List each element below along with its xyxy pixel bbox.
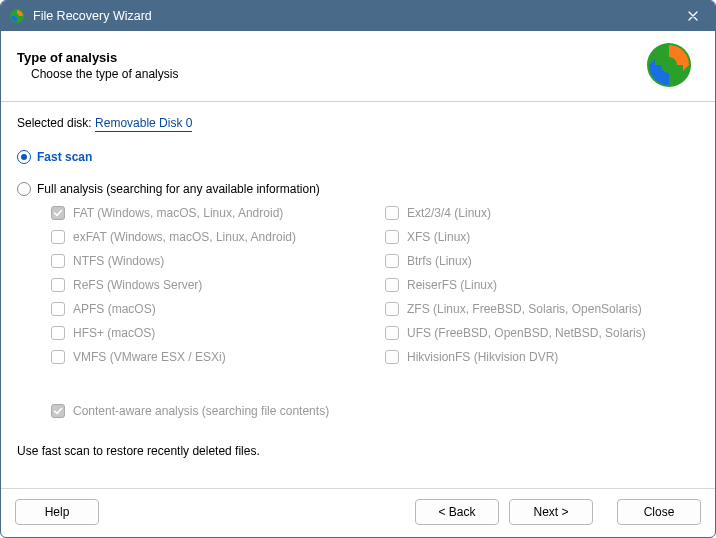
selected-disk-link[interactable]: Removable Disk 0: [95, 116, 192, 132]
checkbox-icon: [51, 404, 65, 418]
checkbox-icon: [385, 230, 399, 244]
checkbox-icon: [385, 326, 399, 340]
titlebar: File Recovery Wizard: [1, 1, 715, 31]
radio-fast-scan[interactable]: Fast scan: [17, 150, 699, 164]
fs-option-label: VMFS (VMware ESX / ESXi): [73, 350, 226, 364]
help-button[interactable]: Help: [15, 499, 99, 525]
fs-col-right: Ext2/3/4 (Linux)XFS (Linux)Btrfs (Linux)…: [385, 206, 699, 374]
fs-option-label: XFS (Linux): [407, 230, 470, 244]
checkbox-icon: [51, 350, 65, 364]
fs-option-label: HikvisionFS (Hikvision DVR): [407, 350, 558, 364]
fs-option-label: Ext2/3/4 (Linux): [407, 206, 491, 220]
selected-disk-row: Selected disk: Removable Disk 0: [17, 116, 699, 130]
fs-option-label: exFAT (Windows, macOS, Linux, Android): [73, 230, 296, 244]
radio-full-analysis[interactable]: Full analysis (searching for any availab…: [17, 182, 699, 196]
wizard-icon: [645, 41, 693, 89]
wizard-header: Type of analysis Choose the type of anal…: [1, 31, 715, 102]
radio-fast-label: Fast scan: [37, 150, 92, 164]
checkbox-icon: [385, 254, 399, 268]
app-icon: [9, 8, 25, 24]
radio-icon: [17, 150, 31, 164]
checkbox-icon: [51, 254, 65, 268]
close-icon: [688, 11, 698, 21]
fs-option-apfs[interactable]: APFS (macOS): [51, 302, 365, 316]
content-aware-label: Content-aware analysis (searching file c…: [73, 404, 329, 418]
fs-option-vmfs[interactable]: VMFS (VMware ESX / ESXi): [51, 350, 365, 364]
fs-option-fat[interactable]: FAT (Windows, macOS, Linux, Android): [51, 206, 365, 220]
fs-option-exfat[interactable]: exFAT (Windows, macOS, Linux, Android): [51, 230, 365, 244]
checkbox-icon: [385, 302, 399, 316]
hint-text: Use fast scan to restore recently delete…: [17, 444, 699, 458]
fs-option-label: HFS+ (macOS): [73, 326, 155, 340]
fs-option-xfs[interactable]: XFS (Linux): [385, 230, 699, 244]
next-button[interactable]: Next >: [509, 499, 593, 525]
back-button[interactable]: < Back: [415, 499, 499, 525]
fs-option-label: Btrfs (Linux): [407, 254, 472, 268]
radio-full-label: Full analysis (searching for any availab…: [37, 182, 320, 196]
fs-option-hikfs[interactable]: HikvisionFS (Hikvision DVR): [385, 350, 699, 364]
checkbox-icon: [51, 230, 65, 244]
fs-option-label: FAT (Windows, macOS, Linux, Android): [73, 206, 283, 220]
content-aware-row[interactable]: Content-aware analysis (searching file c…: [17, 404, 699, 418]
page-title: Type of analysis: [17, 50, 645, 65]
checkbox-icon: [51, 326, 65, 340]
fs-option-refs[interactable]: ReFS (Windows Server): [51, 278, 365, 292]
fs-option-label: NTFS (Windows): [73, 254, 164, 268]
checkbox-icon: [51, 206, 65, 220]
content: Type of analysis Choose the type of anal…: [1, 31, 715, 537]
fs-option-label: APFS (macOS): [73, 302, 156, 316]
fs-option-label: ReiserFS (Linux): [407, 278, 497, 292]
fs-option-hfs[interactable]: HFS+ (macOS): [51, 326, 365, 340]
page-subtitle: Choose the type of analysis: [31, 67, 645, 81]
wizard-footer: Help < Back Next > Close: [1, 488, 715, 537]
fs-option-ufs[interactable]: UFS (FreeBSD, OpenBSD, NetBSD, Solaris): [385, 326, 699, 340]
checkbox-icon: [385, 206, 399, 220]
fs-option-zfs[interactable]: ZFS (Linux, FreeBSD, Solaris, OpenSolari…: [385, 302, 699, 316]
fs-option-reiserfs[interactable]: ReiserFS (Linux): [385, 278, 699, 292]
checkbox-icon: [385, 278, 399, 292]
fs-option-label: ZFS (Linux, FreeBSD, Solaris, OpenSolari…: [407, 302, 642, 316]
fs-option-label: UFS (FreeBSD, OpenBSD, NetBSD, Solaris): [407, 326, 646, 340]
checkbox-icon: [51, 302, 65, 316]
checkbox-icon: [51, 278, 65, 292]
fs-option-ntfs[interactable]: NTFS (Windows): [51, 254, 365, 268]
radio-icon: [17, 182, 31, 196]
wizard-body: Selected disk: Removable Disk 0 Fast sca…: [1, 102, 715, 488]
window-close-button[interactable]: [671, 1, 715, 31]
selected-disk-label: Selected disk:: [17, 116, 95, 130]
fs-option-btrfs[interactable]: Btrfs (Linux): [385, 254, 699, 268]
filesystem-grid: FAT (Windows, macOS, Linux, Android)exFA…: [17, 206, 699, 374]
fs-col-left: FAT (Windows, macOS, Linux, Android)exFA…: [51, 206, 365, 374]
close-button[interactable]: Close: [617, 499, 701, 525]
fs-option-ext[interactable]: Ext2/3/4 (Linux): [385, 206, 699, 220]
window-title: File Recovery Wizard: [33, 9, 671, 23]
checkbox-icon: [385, 350, 399, 364]
fs-option-label: ReFS (Windows Server): [73, 278, 202, 292]
